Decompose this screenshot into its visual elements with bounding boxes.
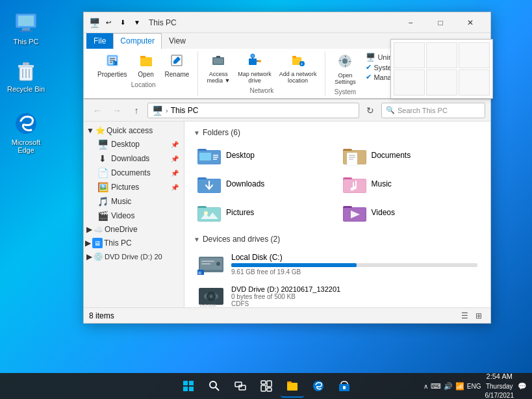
desktop-folder-icon (197, 145, 221, 166)
open-settings-button[interactable]: OpenSettings (331, 51, 359, 87)
keyboard-icon[interactable]: ⌨ (431, 382, 441, 391)
quick-access-label: Quick access (107, 126, 153, 135)
desktop-icon-edge[interactable]: Microsoft Edge (6, 110, 45, 154)
folder-item-documents[interactable]: Documents (339, 142, 482, 168)
view-option-5[interactable] (426, 70, 457, 96)
widgets-button[interactable] (255, 374, 278, 398)
folders-section-header[interactable]: ▼ Folders (6) (194, 128, 481, 137)
qat-back-btn[interactable]: ↩ (102, 16, 115, 29)
properties-button[interactable]: i Properties (94, 51, 131, 80)
sidebar-item-music[interactable]: 🎵 Music (84, 194, 184, 209)
svg-rect-90 (287, 383, 298, 391)
quick-access-section[interactable]: ▼ ⭐ Quick access (84, 124, 184, 137)
taskbar-clock[interactable]: 2:54 AM Thursday 6/17/2021 (485, 372, 514, 399)
svg-point-67 (216, 262, 220, 266)
qat-down-btn[interactable]: ⬇ (116, 16, 129, 29)
tab-view[interactable]: View (162, 33, 193, 49)
drives-section-header[interactable]: ▼ Devices and drives (2) (194, 235, 481, 244)
show-hidden-icon[interactable]: ∧ (424, 383, 428, 390)
close-button[interactable]: ✕ (455, 12, 485, 33)
notification-icon[interactable]: 💬 (518, 382, 527, 391)
list-view-button[interactable]: ☰ (458, 309, 471, 322)
edge-icon (13, 110, 39, 136)
task-view-button[interactable] (229, 374, 252, 398)
start-button[interactable] (177, 374, 200, 398)
sidebar-item-documents[interactable]: 📄 Documents 📌 (84, 166, 184, 180)
settings-icon (337, 53, 353, 72)
up-button[interactable]: ↑ (128, 102, 145, 119)
network-buttons: Accessmedia ▼ Map network (203, 51, 320, 86)
tab-file[interactable]: File (86, 33, 113, 49)
svg-text:+: + (300, 62, 303, 66)
edge-taskbar-btn[interactable] (307, 374, 330, 398)
file-explorer-taskbar-btn[interactable] (281, 374, 304, 398)
drive-item-d[interactable]: DVD-ROM DVD Drive (D:) 20210617_132201 0… (194, 281, 481, 307)
view-option-3[interactable] (459, 42, 490, 68)
rename-button[interactable]: Rename (162, 51, 193, 80)
tab-computer[interactable]: Computer (113, 33, 162, 49)
desktop-pin-icon: 📌 (171, 141, 179, 148)
documents-sidebar-label: Documents (111, 168, 151, 177)
store-taskbar-btn[interactable] (333, 374, 356, 398)
taskbar-search-button[interactable] (203, 374, 226, 398)
desktop-icon-this-pc[interactable]: This PC (6, 10, 45, 45)
refresh-button[interactable]: ↻ (362, 102, 379, 119)
folder-item-pictures[interactable]: Pictures (194, 200, 336, 225)
videos-sidebar-label: Videos (111, 211, 134, 220)
view-option-2[interactable] (426, 42, 457, 68)
folder-item-music[interactable]: Music (339, 171, 482, 197)
pictures-sidebar-icon: 🖼️ (97, 182, 108, 192)
address-bar[interactable]: 🖥️ › This PC (147, 103, 359, 118)
open-icon (139, 53, 153, 71)
minimize-button[interactable]: − (396, 12, 425, 33)
title-bar-left: 🖥️ ↩ ⬇ ▼ This PC (89, 16, 396, 29)
main-area: ▼ ⭐ Quick access 🖥️ Desktop 📌 ⬇ Download… (84, 122, 490, 307)
network-icon[interactable]: 📶 (455, 382, 464, 391)
system-group-label: System (335, 88, 356, 96)
folder-item-downloads[interactable]: Downloads (194, 171, 336, 197)
svg-rect-80 (183, 387, 188, 391)
access-media-button[interactable]: Accessmedia ▼ (203, 51, 233, 86)
qat-dropdown-btn[interactable]: ▼ (131, 16, 144, 29)
drive-item-c[interactable]: ⊞ Local Disk (C:) 9.61 GB free of 19.4 G… (194, 249, 481, 279)
forward-button[interactable]: → (108, 102, 125, 119)
view-option-1[interactable] (394, 42, 425, 68)
search-bar[interactable]: 🔍 Search This PC (381, 103, 485, 118)
desktop-icon-recycle-bin[interactable]: Recycle Bin (6, 57, 45, 93)
local-disk-c-bar-bg (231, 263, 477, 267)
onedrive-section[interactable]: ▶ ☁️ OneDrive (84, 223, 184, 236)
volume-icon[interactable]: 🔊 (444, 382, 453, 391)
grid-view-button[interactable]: ⊞ (472, 309, 485, 322)
svg-rect-81 (189, 387, 194, 391)
pictures-sidebar-label: Pictures (111, 183, 139, 192)
svg-rect-1 (18, 16, 34, 26)
maximize-button[interactable]: □ (425, 12, 455, 33)
open-settings-label: OpenSettings (335, 72, 356, 85)
add-network-location-button[interactable]: + Add a networklocation (276, 51, 320, 86)
music-folder-icon (343, 174, 366, 194)
pictures-pin-icon: 📌 (171, 184, 179, 191)
local-disk-icon: ⊞ (197, 251, 225, 276)
view-option-6[interactable] (459, 70, 490, 96)
view-option-4[interactable] (394, 70, 425, 96)
status-bar: 8 items ☰ ⊞ (84, 307, 490, 323)
folder-item-videos[interactable]: Videos (339, 200, 482, 225)
sidebar-item-pictures[interactable]: 🖼️ Pictures 📌 (84, 180, 184, 194)
folder-item-desktop[interactable]: Desktop (194, 142, 336, 168)
dvd-sidebar-label: DVD Drive (D:) 20 (105, 253, 162, 261)
quick-access-icon: ⭐ (95, 126, 105, 135)
open-button[interactable]: Open (132, 51, 160, 80)
back-button[interactable]: ← (89, 102, 106, 119)
dvd-drive-section[interactable]: ▶ 💿 DVD Drive (D:) 20 (84, 250, 184, 263)
videos-folder-icon (343, 202, 366, 223)
documents-sidebar-icon: 📄 (97, 168, 108, 178)
downloads-sidebar-label: Downloads (111, 154, 149, 163)
quick-access-collapse-icon: ▼ (86, 126, 94, 135)
sidebar-item-desktop[interactable]: 🖥️ Desktop 📌 (84, 137, 184, 151)
svg-point-34 (342, 58, 348, 64)
sidebar-item-downloads[interactable]: ⬇ Downloads 📌 (84, 151, 184, 166)
this-pc-section[interactable]: ▶ 🖥 This PC (84, 236, 184, 250)
map-network-drive-button[interactable]: Map networkdrive (234, 51, 275, 86)
lang-label[interactable]: ENG (467, 383, 481, 390)
sidebar-item-videos[interactable]: 🎬 Videos (84, 209, 184, 223)
